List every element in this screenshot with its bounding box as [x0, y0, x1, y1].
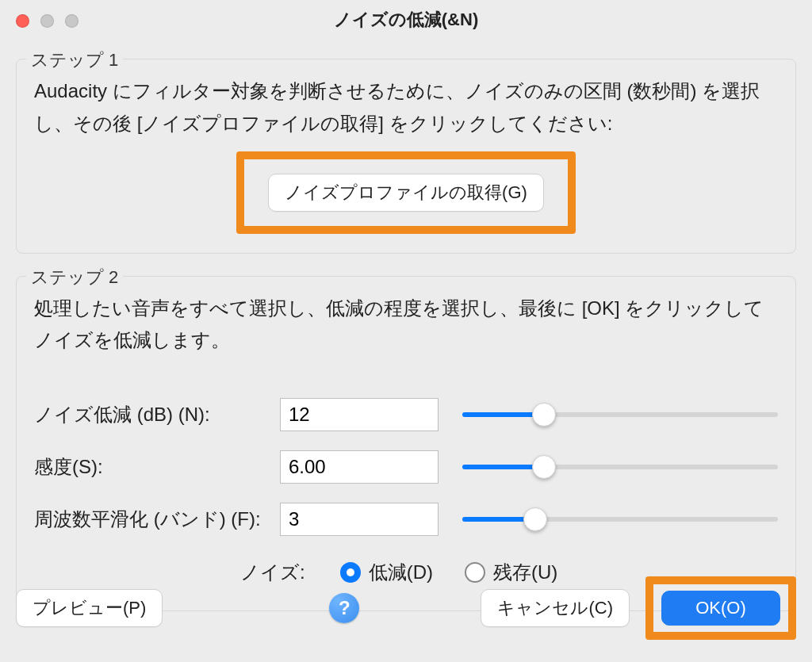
titlebar: ノイズの低減(&N): [0, 0, 812, 40]
step2-legend: ステップ 2: [26, 266, 123, 289]
dialog-window: ノイズの低減(&N) ステップ 1 Audacity にフィルター対象を判断させ…: [0, 0, 812, 662]
annotation-highlight-profile: ノイズプロファイルの取得(G): [236, 151, 576, 234]
noise-reduction-slider[interactable]: [462, 412, 778, 417]
window-title: ノイズの低減(&N): [0, 8, 812, 32]
minimize-icon: [40, 14, 54, 28]
sensitivity-label: 感度(S):: [34, 454, 280, 480]
step1-legend: ステップ 1: [26, 48, 123, 72]
sensitivity-slider[interactable]: [462, 465, 778, 469]
help-button[interactable]: ?: [329, 593, 359, 623]
step2-instruction: 処理したい音声をすべて選択し、低減の程度を選択し、最後に [OK] をクリックし…: [34, 293, 778, 358]
sensitivity-input[interactable]: [280, 450, 439, 484]
slider-thumb-icon[interactable]: [532, 403, 556, 427]
cancel-button[interactable]: キャンセル(C): [481, 589, 630, 627]
smoothing-slider[interactable]: [462, 517, 778, 522]
preview-button[interactable]: プレビュー(P): [16, 589, 163, 627]
step1-instruction: Audacity にフィルター対象を判断させるために、ノイズのみの区間 (数秒間…: [34, 75, 778, 140]
noise-reduction-label: ノイズ低減 (dB) (N):: [34, 402, 280, 427]
noise-reduction-row: ノイズ低減 (dB) (N):: [34, 388, 778, 441]
ok-button[interactable]: OK(O): [661, 591, 780, 626]
slider-thumb-icon[interactable]: [532, 455, 556, 479]
get-noise-profile-button[interactable]: ノイズプロファイルの取得(G): [268, 174, 544, 212]
noise-reduction-input[interactable]: [280, 398, 439, 431]
step1-group: ステップ 1 Audacity にフィルター対象を判断させるために、ノイズのみの…: [16, 59, 796, 254]
help-icon: ?: [339, 597, 350, 619]
slider-thumb-icon[interactable]: [523, 507, 547, 531]
close-icon[interactable]: [16, 14, 29, 28]
window-controls: [16, 14, 79, 28]
smoothing-row: 周波数平滑化 (バンド) (F):: [34, 493, 778, 545]
smoothing-input[interactable]: [280, 503, 439, 536]
annotation-highlight-ok: OK(O): [645, 576, 796, 640]
zoom-icon: [65, 14, 79, 28]
dialog-footer: プレビュー(P) ? キャンセル(C) OK(O): [0, 576, 812, 640]
step2-group: ステップ 2 処理したい音声をすべて選択し、低減の程度を選択し、最後に [OK]…: [16, 276, 796, 612]
smoothing-label: 周波数平滑化 (バンド) (F):: [34, 507, 280, 532]
sensitivity-row: 感度(S):: [34, 441, 778, 493]
